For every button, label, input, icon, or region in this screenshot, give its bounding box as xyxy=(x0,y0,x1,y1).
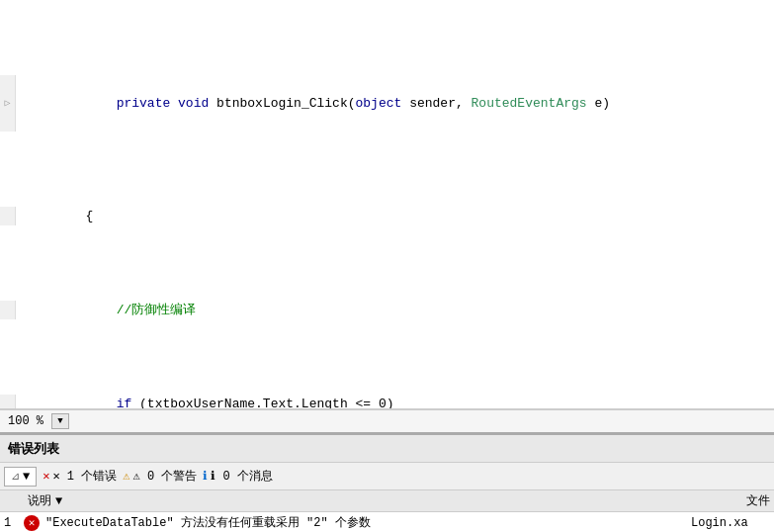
code-line: if (txtboxUserName.Text.Length <= 0) xyxy=(0,395,774,409)
error-rows: 1 ✕ "ExecuteDataTable" 方法没有任何重载采用 "2" 个参… xyxy=(0,512,774,532)
line-gutter: ▷ xyxy=(0,75,16,132)
code-line: //防御性编译 xyxy=(0,301,774,319)
error-file: Login.xa xyxy=(691,516,770,530)
warning-count-badge[interactable]: ⚠ ⚠ 0 个警告 xyxy=(123,468,197,485)
error-severity-icon: ✕ xyxy=(24,515,40,531)
error-row[interactable]: 1 ✕ "ExecuteDataTable" 方法没有任何重载采用 "2" 个参… xyxy=(0,512,774,532)
warning-count: ⚠ 0 个警告 xyxy=(133,468,198,485)
status-bar: 100 % ▼ xyxy=(0,409,774,433)
line-gutter xyxy=(0,301,16,319)
line-code: //防御性编译 xyxy=(16,301,774,319)
code-content: ▷ private void btnboxLogin_Click(object … xyxy=(0,0,774,409)
line-code: { xyxy=(16,207,774,225)
info-count-badge[interactable]: ℹ ℹ 0 个消息 xyxy=(203,468,273,485)
info-icon: ℹ xyxy=(203,469,208,484)
code-line: { xyxy=(0,207,774,225)
error-panel: 错误列表 ⊿ ▼ ✕ ✕ 1 个错误 ⚠ ⚠ 0 个警告 ℹ ℹ 0 个消息 说… xyxy=(0,433,774,532)
filter-dropdown: ▼ xyxy=(23,470,30,484)
error-count: ✕ 1 个错误 xyxy=(52,468,117,485)
error-count-badge[interactable]: ✕ ✕ 1 个错误 xyxy=(43,468,117,485)
code-editor[interactable]: ▷ private void btnboxLogin_Click(object … xyxy=(0,0,774,409)
col-description-header: 说明 ▼ xyxy=(4,492,691,509)
error-toolbar: ⊿ ▼ ✕ ✕ 1 个错误 ⚠ ⚠ 0 个警告 ℹ ℹ 0 个消息 xyxy=(0,463,774,490)
error-panel-title: 错误列表 xyxy=(8,440,59,458)
error-description: "ExecuteDataTable" 方法没有任何重载采用 "2" 个参数 xyxy=(45,514,691,531)
line-gutter xyxy=(0,207,16,225)
zoom-dropdown[interactable]: ▼ xyxy=(51,413,69,429)
error-columns-header: 说明 ▼ 文件 xyxy=(0,490,774,512)
filter-icon: ⊿ xyxy=(11,470,20,483)
line-code: if (txtboxUserName.Text.Length <= 0) xyxy=(16,395,774,409)
line-code: private void btnboxLogin_Click(object se… xyxy=(16,75,774,132)
error-icon-small: ✕ xyxy=(43,469,49,484)
line-gutter xyxy=(0,395,16,409)
error-row-number: 1 xyxy=(4,516,24,530)
info-count: ℹ 0 个消息 xyxy=(211,468,273,485)
col-file-header: 文件 xyxy=(691,492,770,509)
code-line: ▷ private void btnboxLogin_Click(object … xyxy=(0,75,774,132)
filter-button[interactable]: ⊿ ▼ xyxy=(4,467,37,487)
error-panel-header: 错误列表 xyxy=(0,435,774,463)
zoom-level: 100 % xyxy=(8,414,43,428)
warning-icon: ⚠ xyxy=(123,469,129,484)
